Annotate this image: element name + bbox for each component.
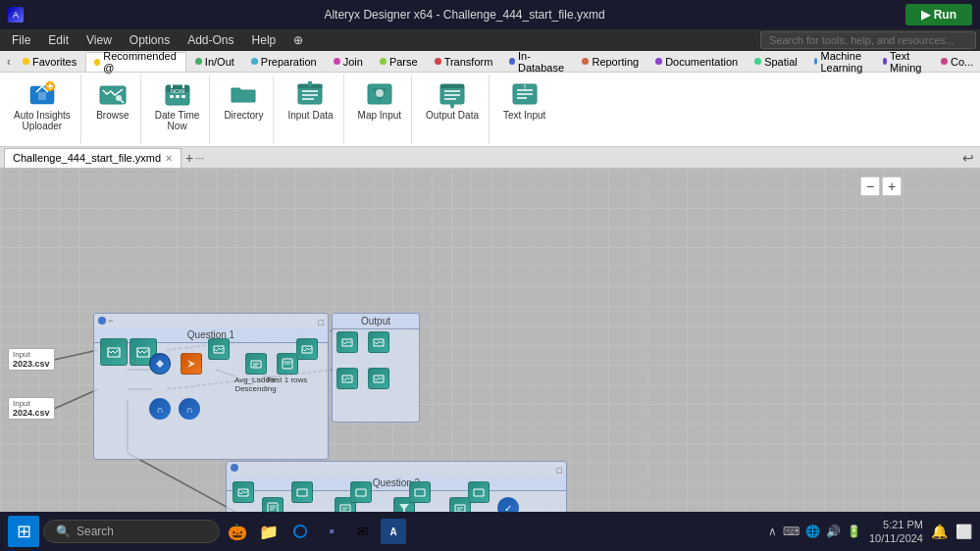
q1-filter2-node[interactable]: ∩ (179, 398, 200, 420)
search-input[interactable] (760, 31, 976, 49)
taskbar-search[interactable]: 🔍 Search (43, 520, 220, 543)
ribbon: Auto InsightsUploader Browse NOW Date Ti… (0, 73, 980, 147)
canvas[interactable]: Input 2023.csv Input 2024.csv − □ Questi… (0, 169, 980, 551)
menu-addons[interactable]: Add-Ons (180, 31, 241, 49)
run-button[interactable]: ▶ Run (905, 4, 972, 25)
datetime-button[interactable]: NOW Date TimeNow (151, 76, 204, 133)
tab-join[interactable]: Join (326, 52, 371, 72)
menu-file[interactable]: File (4, 31, 38, 49)
q1-filter2-icon: ∩ (179, 398, 200, 420)
more-tabs-button[interactable]: ··· (195, 152, 204, 164)
q1-toggle[interactable]: − (108, 316, 113, 326)
svg-point-18 (376, 89, 384, 97)
doc-tab-active[interactable]: Challenge_444_start_file.yxmd ✕ (4, 148, 181, 168)
taskbar-icon-explorer[interactable]: 📁 (255, 518, 283, 545)
volume-icon[interactable]: 🔊 (826, 525, 841, 538)
out-browse2-node[interactable] (368, 331, 389, 353)
date-display: 10/11/2024 (869, 531, 923, 545)
arrow-up-icon[interactable]: ∧ (768, 525, 777, 538)
taskbar-icon-pumpkin[interactable]: 🎃 (224, 518, 251, 545)
battery-icon: 🔋 (847, 525, 861, 538)
out-browse4-node[interactable] (368, 368, 389, 389)
tab-spatial[interactable]: Spatial (747, 52, 805, 72)
zoom-minus-button[interactable]: − (860, 176, 880, 196)
q1-summarize-node[interactable] (181, 353, 202, 375)
q2-expand[interactable]: □ (557, 464, 562, 476)
tab-co[interactable]: Co... (933, 52, 980, 72)
run-icon: ▶ (921, 8, 930, 22)
q2-browse5-node[interactable] (468, 481, 490, 503)
q1-browse4-node[interactable] (296, 338, 318, 360)
svg-text:NOW: NOW (170, 88, 184, 94)
out-browse1-node[interactable] (336, 331, 358, 353)
q1-collapse-dot[interactable] (98, 317, 106, 325)
svg-rect-9 (170, 95, 174, 98)
ribbon-group-mapinput: Map Input (348, 75, 412, 144)
tab-favorites[interactable]: Favorites (15, 52, 84, 72)
q1-union-node[interactable] (149, 353, 171, 375)
taskbar-icon-outlook[interactable]: ✉ (349, 518, 377, 545)
taskbar-icon-edge[interactable] (286, 518, 314, 545)
doc-tab-close[interactable]: ✕ (165, 153, 173, 164)
menu-extra[interactable]: ⊕ (285, 31, 311, 49)
q1-browse3-node[interactable] (208, 338, 230, 360)
q2-browse4-node[interactable] (409, 481, 431, 503)
taskbar-icon-teams[interactable]: ▪ (318, 518, 345, 545)
auto-insights-icon (26, 78, 58, 110)
q2-browse2-node[interactable] (291, 481, 313, 503)
notification-icon[interactable]: 🔔 (931, 524, 948, 539)
start-button[interactable]: ⊞ (8, 516, 39, 547)
tab-documentation[interactable]: Documentation (647, 52, 746, 72)
output-title: Output (333, 314, 419, 329)
undo-button[interactable]: ↩ (960, 150, 976, 166)
tab-recommended[interactable]: Recommended @ (85, 52, 186, 72)
output-data-label: Output Data (426, 110, 479, 121)
taskbar-clock[interactable]: 5:21 PM 10/11/2024 (869, 518, 923, 546)
taskbar-search-icon: 🔍 (56, 525, 71, 538)
q1-expand[interactable]: □ (319, 316, 324, 327)
show-desktop-button[interactable]: ⬜ (955, 524, 972, 539)
q1-filter1-node[interactable]: ∩ (149, 398, 171, 420)
input-data-button[interactable]: Input Data (284, 76, 336, 123)
auto-insights-button[interactable]: Auto InsightsUploader (10, 76, 75, 133)
menu-edit[interactable]: Edit (40, 31, 77, 49)
time-display: 5:21 PM (869, 518, 923, 531)
out-browse3-node[interactable] (336, 368, 358, 389)
tab-bar: Challenge_444_start_file.yxmd ✕ + ··· ↩ … (0, 147, 980, 169)
q2-title: Question 2 (227, 476, 566, 491)
browse-button[interactable]: Browse (91, 76, 134, 123)
menu-options[interactable]: Options (122, 31, 178, 49)
app-icon: A (8, 7, 24, 23)
ribbon-prev-button[interactable]: ‹ (4, 55, 14, 69)
browse-icon (97, 78, 129, 110)
add-tab-button[interactable]: + (185, 150, 193, 166)
tab-transform[interactable]: Transform (427, 52, 501, 72)
directory-button[interactable]: Directory (220, 76, 267, 123)
tab-machinelearning[interactable]: Machine Learning (806, 52, 874, 72)
output-data-button[interactable]: Output Data (422, 76, 483, 123)
input-label-2023: Input 2023.csv (8, 348, 55, 371)
taskbar-icon-alteryx[interactable]: A (381, 519, 406, 544)
text-input-button[interactable]: T Text Input (499, 76, 549, 123)
map-input-button[interactable]: Map Input (354, 76, 405, 123)
q1-browse1-node[interactable] (100, 338, 128, 366)
tab-reporting[interactable]: Reporting (574, 52, 646, 72)
directory-label: Directory (224, 110, 263, 121)
q2-browse1-node[interactable] (232, 481, 254, 503)
tab-parse[interactable]: Parse (372, 52, 426, 72)
tab-indatabase[interactable]: In-Database (501, 52, 573, 72)
map-input-icon (364, 78, 395, 110)
menu-bar: File Edit View Options Add-Ons Help ⊕ (0, 29, 980, 51)
out-browse4-icon (368, 368, 389, 389)
zoom-plus-button[interactable]: + (882, 176, 902, 196)
q1-browse1-icon (100, 338, 128, 366)
q2-dot[interactable] (231, 464, 238, 472)
tab-inout[interactable]: In/Out (187, 52, 242, 72)
tab-textmining[interactable]: Text Mining (875, 52, 932, 72)
tab-preparation[interactable]: Preparation (243, 52, 325, 72)
q2-browse3-node[interactable] (350, 481, 372, 503)
doc-tab-label: Challenge_444_start_file.yxmd (13, 152, 161, 164)
q1-browse3-icon (208, 338, 230, 360)
menu-help[interactable]: Help (244, 31, 284, 49)
menu-view[interactable]: View (78, 31, 120, 49)
